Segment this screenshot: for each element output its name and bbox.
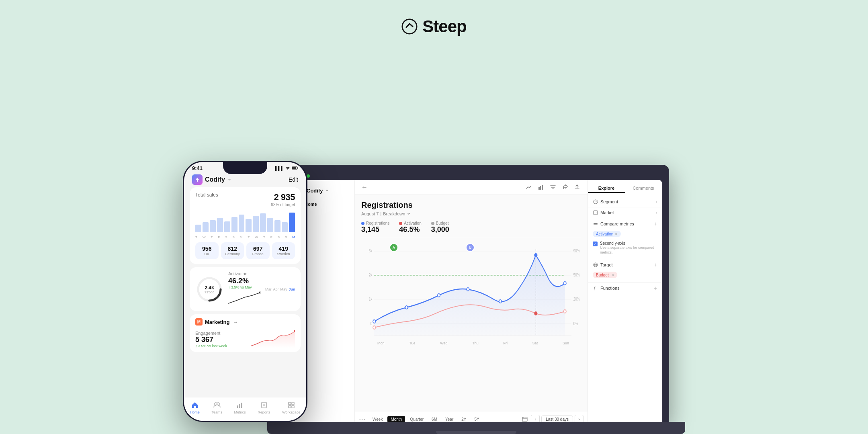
devices-container: 9:41 ▌▌▌ xyxy=(0,48,868,434)
nav-home[interactable]: Home xyxy=(190,401,200,414)
engagement-label: Engagement xyxy=(195,331,227,336)
functions-header[interactable]: ƒ Functions + xyxy=(593,285,657,291)
svg-rect-11 xyxy=(239,404,240,408)
activation-card: 2.4k 73'000 Activation 46.2% ↑ 3.5% vs M… xyxy=(190,267,301,311)
phone-notch xyxy=(223,162,267,174)
right-panel: Explore Comments xyxy=(588,180,662,426)
back-button[interactable]: ← xyxy=(361,184,368,191)
laptop-screen: Codify Home ← xyxy=(291,180,662,426)
nav-teams[interactable]: Teams xyxy=(211,401,222,414)
svg-point-0 xyxy=(402,19,417,34)
segment-chevron-icon: › xyxy=(656,200,657,204)
breakdown-chevron-icon xyxy=(407,212,411,216)
kpi-activation: Activation 46.5% xyxy=(399,221,421,234)
section-compare-metrics: Compare metrics + Activation × xyxy=(588,218,662,259)
app-name: Steep xyxy=(422,17,466,36)
tab-comments[interactable]: Comments xyxy=(625,184,662,193)
phone-status-icons: ▌▌▌ xyxy=(275,166,298,171)
target-title: Target xyxy=(600,262,613,267)
engagement-row: Engagement 5 367 ↑ 3.5% vs last week xyxy=(195,328,295,348)
svg-rect-19 xyxy=(292,405,294,408)
engagement-chart xyxy=(251,328,295,348)
laptop-base xyxy=(267,422,685,434)
svg-rect-54 xyxy=(594,223,598,224)
tab-explore[interactable]: Explore xyxy=(588,184,625,193)
country-uk: 956 UK xyxy=(195,242,219,259)
svg-point-6 xyxy=(259,291,260,294)
nav-metrics-label: Metrics xyxy=(234,410,246,414)
marketing-badge: M xyxy=(195,318,203,326)
marketing-header: M Marketing → xyxy=(195,318,295,326)
bar-12 xyxy=(274,220,280,232)
line-chart-icon[interactable] xyxy=(525,183,533,191)
compare-metrics-title: Compare metrics xyxy=(600,221,634,226)
page-background: Steep 9:41 ▌▌▌ xyxy=(0,0,868,434)
segment-title: Segment xyxy=(600,199,618,204)
upload-icon[interactable] xyxy=(573,183,581,191)
bar-7 xyxy=(239,215,245,232)
budget-label: Budget xyxy=(436,221,449,225)
nav-workspace[interactable]: Workspace xyxy=(282,401,300,414)
bar-8 xyxy=(246,219,252,232)
laptop-top-bar xyxy=(291,172,662,180)
reports-nav-icon xyxy=(260,401,268,409)
metrics-nav-icon xyxy=(235,401,244,409)
codify-chevron-icon xyxy=(227,178,231,182)
svg-point-8 xyxy=(215,403,217,405)
workspace-nav-icon xyxy=(287,401,296,409)
app-content: Registrations August 7 | Breakdown xyxy=(355,195,588,412)
week-button[interactable]: Week xyxy=(369,416,386,423)
circle-chart: 2.4k 73'000 xyxy=(195,275,223,303)
functions-add-button[interactable]: + xyxy=(654,285,657,291)
compare-metrics-header[interactable]: Compare metrics + xyxy=(593,221,657,227)
brand-name: Codify xyxy=(205,176,225,183)
registrations-value: 3,145 xyxy=(361,225,389,234)
circle-value: 2.4k xyxy=(205,285,214,290)
svg-rect-16 xyxy=(289,402,291,405)
month-button[interactable]: Month xyxy=(387,416,405,423)
share-icon[interactable] xyxy=(561,183,569,191)
year-button[interactable]: Year xyxy=(442,416,457,423)
filter-icon[interactable] xyxy=(549,183,557,191)
svg-rect-21 xyxy=(540,186,541,190)
target-add-button[interactable]: + xyxy=(654,262,657,268)
second-y-axis-label: Second y-axis xyxy=(600,241,657,246)
section-target: Target + Budget × xyxy=(588,259,662,283)
marketing-arrow-icon: → xyxy=(233,319,238,325)
nav-reports[interactable]: Reports xyxy=(258,401,270,414)
target-header[interactable]: Target + xyxy=(593,262,657,268)
activation-remove-button[interactable]: × xyxy=(615,231,617,236)
bar-4 xyxy=(217,218,223,232)
bar-11 xyxy=(267,218,273,232)
phone-time: 9:41 xyxy=(192,165,203,171)
segment-header[interactable]: Segment › xyxy=(593,199,657,205)
svg-rect-10 xyxy=(237,405,238,408)
compare-add-button[interactable]: + xyxy=(654,221,657,227)
edit-button[interactable]: Edit xyxy=(289,176,298,183)
home-nav-icon xyxy=(190,401,199,409)
nav-metrics[interactable]: Metrics xyxy=(234,401,246,414)
quarter-button[interactable]: Quarter xyxy=(407,416,427,423)
svg-rect-53 xyxy=(594,211,598,215)
second-y-axis-checkbox[interactable]: ✓ xyxy=(593,242,598,246)
country-france: 697 France xyxy=(246,242,270,259)
market-title: Market xyxy=(600,210,614,215)
6m-button[interactable]: 6M xyxy=(428,416,440,423)
engagement-value: 5 367 xyxy=(195,336,227,344)
marketing-card: M Marketing → Engagement 5 367 ↑ 3.5% vs… xyxy=(190,314,301,352)
nav-teams-label: Teams xyxy=(211,410,222,414)
svg-rect-48 xyxy=(522,417,527,422)
brand-icon xyxy=(192,174,203,185)
section-segment: Segment › xyxy=(588,197,662,207)
page-view[interactable]: Breakdown xyxy=(383,211,405,216)
svg-text:2k: 2k xyxy=(369,273,373,277)
5y-button[interactable]: 5Y xyxy=(471,416,482,423)
svg-point-39 xyxy=(405,306,407,309)
2y-button[interactable]: 2Y xyxy=(458,416,469,423)
bar-chart-icon[interactable] xyxy=(537,183,545,191)
total-sales-title: Total sales xyxy=(195,192,218,198)
budget-remove-button[interactable]: × xyxy=(612,272,614,277)
sidebar-chevron-icon xyxy=(325,188,329,192)
market-header[interactable]: Market › xyxy=(593,210,657,215)
app-main: ← xyxy=(355,180,588,426)
